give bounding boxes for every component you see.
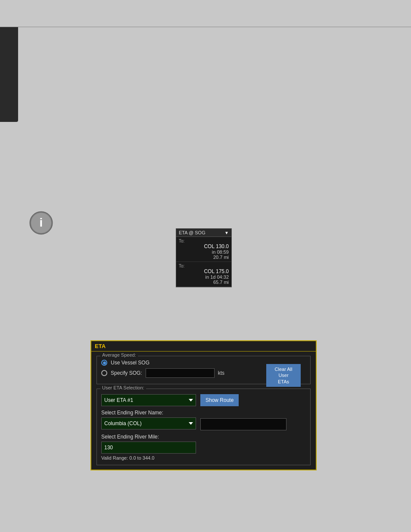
river-name-dropdown[interactable]: Columbia (COL) — [101, 417, 196, 429]
kts-label: kts — [218, 370, 224, 376]
user-eta-selection-label: User ETA Selection: — [100, 385, 146, 390]
average-speed-label: Average Speed: — [100, 352, 138, 358]
info-icon-container: i — [29, 211, 53, 235]
user-eta-select-row: User ETA #1 Show Route — [101, 394, 306, 406]
specify-sog-label: Specify SOG: — [111, 370, 142, 376]
river-name-dropdown-arrow — [189, 422, 193, 425]
river-mile-col: Select Ending River Mile: Valid Range: 0… — [101, 434, 306, 460]
river-name-col: Select Ending River Name: Columbia (COL) — [101, 410, 196, 429]
svg-text:i: i — [40, 216, 43, 229]
eta-popup-title: ETA @ SOG — [179, 230, 206, 235]
eta-row-2: To: COL 175.0 in 1d 04:32 65.7 mi — [176, 262, 231, 287]
eta-panel-title: ETA — [91, 341, 316, 352]
eta-row-1: To: COL 130.0 in 08:59 20.7 mi — [176, 237, 231, 262]
clear-all-user-etas-button[interactable]: Clear All User ETAs — [266, 364, 301, 387]
info-icon: i — [29, 211, 53, 235]
specify-sog-radio[interactable] — [101, 370, 107, 376]
river-name-textbox-col — [200, 418, 286, 430]
eta-row-1-dest: COL 130.0 — [179, 243, 229, 249]
user-eta-dropdown-value: User ETA #1 — [104, 397, 133, 403]
left-sidebar — [0, 27, 18, 122]
eta-row-2-dist: 65.7 mi — [179, 280, 229, 285]
top-divider — [0, 27, 411, 27]
river-mile-label: Select Ending River Mile: — [101, 434, 306, 440]
river-name-row: Select Ending River Name: Columbia (COL) — [101, 410, 306, 430]
eta-row-2-dest: COL 175.0 — [179, 268, 229, 274]
eta-popup-header: ETA @ SOG ▼ — [176, 229, 231, 237]
eta-row-1-to: To: — [179, 239, 229, 243]
eta-popup: ETA @ SOG ▼ To: COL 130.0 in 08:59 20.7 … — [176, 228, 232, 287]
river-name-dropdown-value: Columbia (COL) — [104, 420, 142, 426]
user-eta-dropdown-arrow — [189, 399, 193, 401]
river-mile-input[interactable] — [101, 442, 196, 454]
valid-range-text: Valid Range: 0.0 to 344.0 — [101, 455, 306, 460]
river-name-label: Select Ending River Name: — [101, 410, 196, 416]
eta-row-2-time: in 1d 04:32 — [179, 274, 229, 280]
eta-row-1-time: in 08:59 — [179, 249, 229, 255]
eta-panel-body: Average Speed: Clear All User ETAs Use V… — [91, 352, 316, 470]
river-name-textbox[interactable] — [200, 418, 286, 430]
eta-popup-dropdown-arrow[interactable]: ▼ — [224, 230, 229, 235]
eta-row-2-to: To: — [179, 264, 229, 268]
eta-row-1-dist: 20.7 mi — [179, 255, 229, 260]
use-vessel-sog-label: Use Vessel SOG — [111, 360, 149, 366]
use-vessel-sog-radio[interactable] — [101, 360, 107, 366]
show-route-button[interactable]: Show Route — [200, 394, 239, 406]
average-speed-section: Average Speed: Clear All User ETAs Use V… — [97, 356, 311, 384]
user-eta-dropdown[interactable]: User ETA #1 — [101, 394, 196, 406]
sog-input[interactable] — [146, 368, 215, 378]
user-eta-selection-section: User ETA Selection: User ETA #1 Show Rou… — [97, 389, 311, 465]
eta-panel: ETA Average Speed: Clear All User ETAs U… — [90, 340, 317, 470]
